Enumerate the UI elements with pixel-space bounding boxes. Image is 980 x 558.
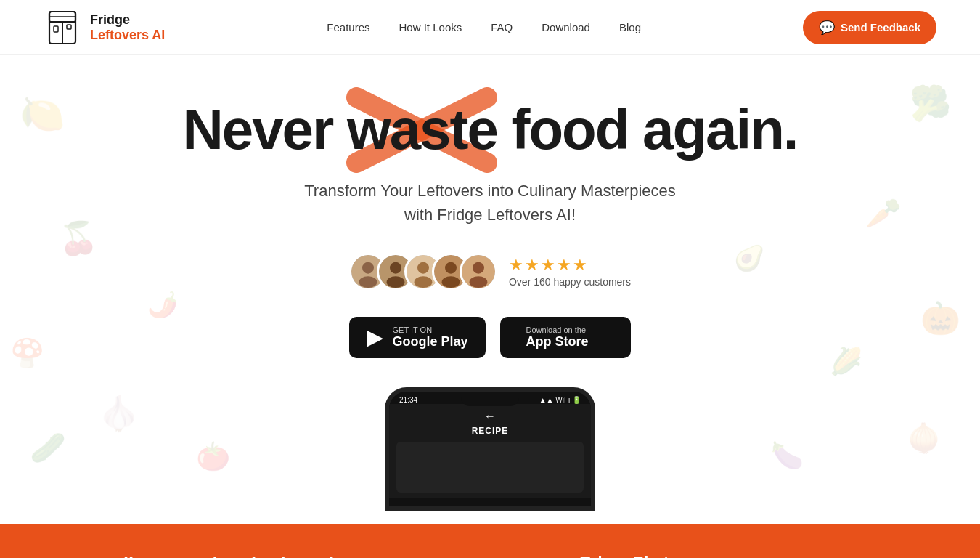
phone-time: 21:34 (399, 396, 417, 404)
rating-block: ★★★★★ Over 160 happy customers (509, 256, 631, 288)
headline-waste-word: waste (347, 99, 497, 161)
orange-left-panel: Say goodbye to uninspired meals! (0, 524, 505, 558)
feedback-label: Send Feedback (841, 21, 920, 33)
hero-section: 🍋 🍒 🍄 🧄 🌶️ 🥒 🍅 🥦 🥕 🎃 🌽 🧅 🍆 🥑 Never waste… (0, 55, 980, 525)
avatar-5 (460, 253, 497, 291)
app-store-text: Download on the App Store (526, 326, 589, 349)
doodle-lemon: 🍋 (20, 93, 65, 135)
phone-screen-title: RECIPE (396, 426, 584, 436)
svg-rect-4 (67, 25, 71, 29)
app-buttons-group: ▶ GET IT ON Google Play Download on the … (15, 317, 965, 358)
svg-point-17 (442, 276, 460, 288)
subtitle-line2: with Fridge Leftovers AI! (404, 206, 576, 224)
phone-signal-icons: ▲▲ WiFi 🔋 (539, 396, 581, 404)
svg-point-13 (417, 262, 429, 274)
svg-point-16 (445, 262, 457, 274)
hero-headline: Never waste food again. (183, 99, 798, 161)
phone-notch (461, 392, 519, 406)
step-title: Take a Photo (581, 553, 805, 558)
feedback-icon: 💬 (819, 20, 835, 36)
app-store-button[interactable]: Download on the App Store (500, 317, 631, 358)
send-feedback-button[interactable]: 💬 Send Feedback (803, 11, 936, 44)
subtitle-line1: Transform Your Leftovers into Culinary M… (304, 182, 676, 200)
navbar: Fridge Leftovers AI Features How It Look… (0, 0, 980, 55)
doodle-pepper: 🌶️ (147, 290, 178, 319)
waste-text: waste (347, 97, 497, 161)
social-proof: ★★★★★ Over 160 happy customers (15, 253, 965, 291)
svg-point-11 (387, 276, 405, 288)
hero-subtitle: Transform Your Leftovers into Culinary M… (15, 179, 965, 227)
google-play-sub: GET IT ON (392, 326, 467, 334)
google-play-text: GET IT ON Google Play (392, 326, 467, 349)
svg-point-20 (470, 276, 488, 288)
nav-download[interactable]: Download (542, 21, 590, 33)
google-play-icon: ▶ (367, 326, 383, 348)
svg-point-10 (390, 262, 401, 274)
step-number: 1 (534, 553, 566, 558)
headline-wrapper: Never waste food again. (183, 99, 798, 161)
doodle-broccoli: 🥦 (910, 84, 951, 123)
logo-icon (44, 9, 81, 46)
phone-wrapper: 21:34 ▲▲ WiFi 🔋 ← RECIPE (15, 387, 965, 511)
nav-blog[interactable]: Blog (619, 21, 641, 33)
svg-rect-3 (54, 26, 58, 32)
logo-link[interactable]: Fridge Leftovers AI (44, 9, 165, 46)
step-content: Take a Photo Begin by taking a picture o… (581, 553, 805, 558)
logo-top: Fridge (90, 12, 165, 28)
nav-features[interactable]: Features (327, 21, 369, 33)
google-play-main: Google Play (392, 334, 467, 349)
app-store-main: App Store (526, 334, 589, 349)
app-store-sub: Download on the (526, 326, 589, 334)
svg-point-19 (473, 262, 484, 274)
avatar-group (349, 253, 497, 291)
google-play-button[interactable]: ▶ GET IT ON Google Play (349, 317, 485, 358)
svg-point-8 (359, 276, 377, 288)
phone-mockup: 21:34 ▲▲ WiFi 🔋 ← RECIPE (385, 387, 595, 511)
orange-right-panel: 1 Take a Photo Begin by taking a picture… (505, 524, 980, 558)
svg-point-7 (362, 262, 374, 274)
phone-screen-content (396, 442, 584, 493)
orange-left-title: Say goodbye to uninspired meals! (44, 553, 461, 558)
orange-section: Say goodbye to uninspired meals! 1 Take … (0, 524, 980, 558)
phone-back-btn: ← (396, 410, 584, 423)
rating-text: Over 160 happy customers (509, 276, 631, 288)
star-rating: ★★★★★ (509, 256, 589, 275)
headline-rest: food again. (497, 97, 798, 161)
nav-faq[interactable]: FAQ (491, 21, 513, 33)
phone-screen: ← RECIPE (389, 404, 591, 498)
logo-bottom: Leftovers AI (90, 28, 165, 43)
logo-text: Fridge Leftovers AI (90, 12, 165, 43)
headline-never: Never (183, 97, 348, 161)
svg-point-14 (415, 276, 433, 288)
nav-links: Features How It Looks FAQ Download Blog (327, 21, 641, 33)
nav-how-it-looks[interactable]: How It Looks (399, 21, 462, 33)
